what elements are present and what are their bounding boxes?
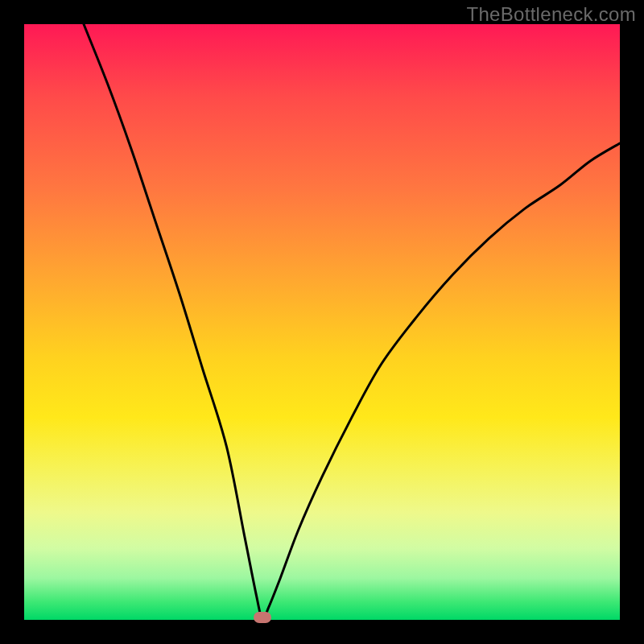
watermark-text: TheBottleneck.com: [466, 3, 636, 26]
chart-frame: TheBottleneck.com: [0, 0, 644, 644]
bottleneck-curve: [24, 24, 620, 620]
optimal-point-marker: [254, 612, 271, 623]
plot-area: [24, 24, 620, 620]
